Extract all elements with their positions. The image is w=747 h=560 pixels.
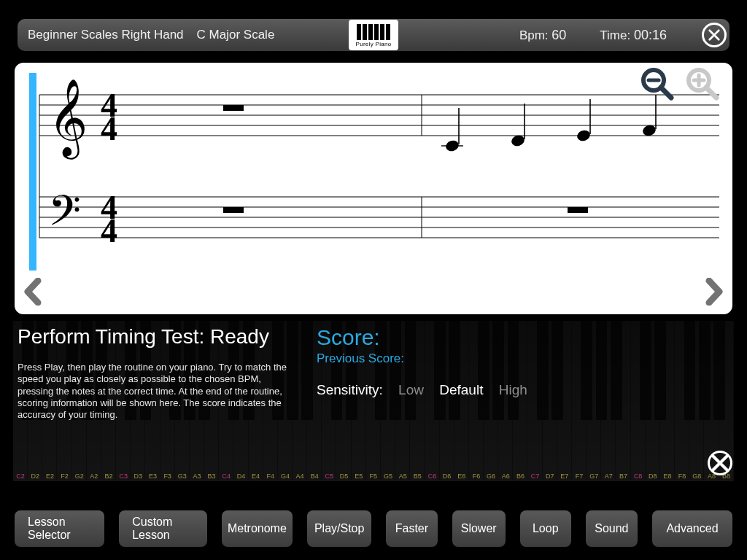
svg-text:𝄢: 𝄢 xyxy=(48,188,81,244)
previous-score-label: Previous Score: xyxy=(317,351,533,366)
close-button[interactable] xyxy=(702,23,727,47)
svg-text:𝄞: 𝄞 xyxy=(48,79,88,160)
close-icon xyxy=(708,28,721,42)
custom-lesson-button[interactable]: Custom Lesson xyxy=(119,510,206,547)
svg-rect-18 xyxy=(223,207,244,213)
header-bar: Beginner Scales Right Hand C Major Scale… xyxy=(18,19,729,51)
chevron-left-icon xyxy=(22,278,44,306)
advanced-button[interactable]: Advanced xyxy=(652,510,732,547)
svg-text:4: 4 xyxy=(101,110,117,147)
bottom-toolbar: Lesson Selector Custom Lesson Metronome … xyxy=(15,510,732,547)
sound-button[interactable]: Sound xyxy=(586,510,638,547)
lesson-category: Beginner Scales Right Hand xyxy=(28,28,184,42)
lesson-name: C Major Scale xyxy=(197,28,275,42)
time-display: Time: 00:16 xyxy=(600,28,667,43)
zoom-out-icon xyxy=(638,66,674,102)
dismiss-panel-button[interactable] xyxy=(708,451,732,475)
app-logo: Purely Piano xyxy=(349,20,398,50)
svg-line-32 xyxy=(661,88,671,98)
chevron-right-icon xyxy=(703,278,725,306)
metronome-button[interactable]: Metronome xyxy=(222,510,293,547)
music-notation: 𝄞 𝄢 4 4 4 4 xyxy=(28,73,719,270)
bpm-display: Bpm: 60 xyxy=(519,28,566,43)
status-title: Perform Timing Test: Ready xyxy=(18,325,295,349)
slower-button[interactable]: Slower xyxy=(452,510,506,547)
score-sheet: 𝄞 𝄢 4 4 4 4 xyxy=(15,63,732,314)
svg-point-27 xyxy=(576,129,591,143)
zoom-in-icon xyxy=(683,66,719,102)
lesson-selector-button[interactable]: Lesson Selector xyxy=(15,510,104,547)
sensitivity-row: Sensitivity: Low Default High xyxy=(317,382,533,398)
loop-button[interactable]: Loop xyxy=(520,510,571,547)
instructions-text: Press Play, then play the routine on you… xyxy=(18,362,287,421)
next-page-button[interactable] xyxy=(703,278,725,308)
zoom-in-button[interactable] xyxy=(683,66,719,102)
zoom-out-button[interactable] xyxy=(638,66,674,102)
close-icon xyxy=(710,453,730,473)
prev-page-button[interactable] xyxy=(22,278,44,308)
sensitivity-label: Sensitivity: xyxy=(317,382,383,397)
sensitivity-default[interactable]: Default xyxy=(439,382,483,397)
play-stop-button[interactable]: Play/Stop xyxy=(307,510,371,547)
svg-text:4: 4 xyxy=(101,212,117,249)
svg-rect-21 xyxy=(568,207,588,213)
svg-point-23 xyxy=(444,139,460,153)
score-label: Score: xyxy=(317,325,533,350)
svg-rect-17 xyxy=(223,105,244,111)
faster-button[interactable]: Faster xyxy=(386,510,437,547)
sensitivity-low[interactable]: Low xyxy=(398,382,424,397)
sensitivity-high[interactable]: High xyxy=(499,382,527,397)
svg-line-35 xyxy=(706,88,716,98)
